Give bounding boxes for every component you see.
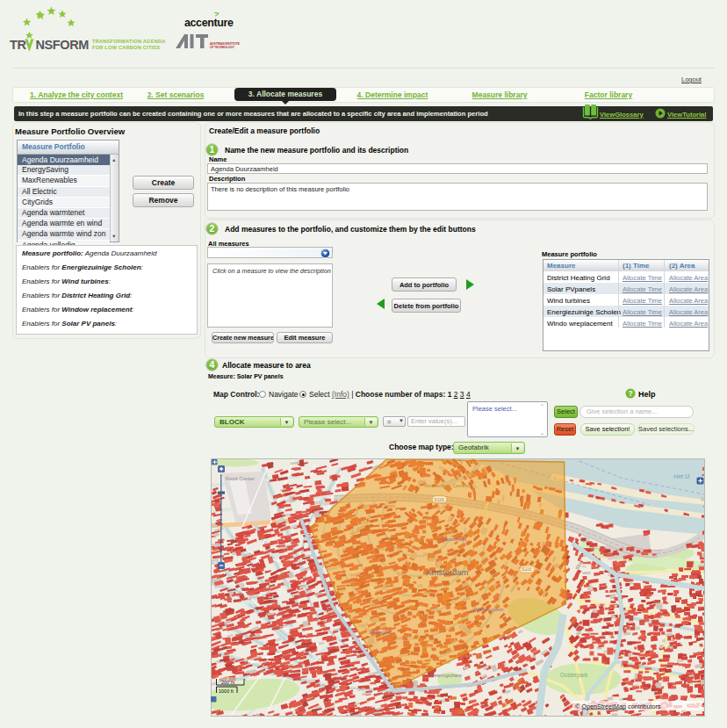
svg-text:OF TECHNOLOGY: OF TECHNOLOGY [210,46,235,49]
svg-text:TRANSFORMATION AGENDA: TRANSFORMATION AGENDA [92,39,166,44]
svg-text:TR: TR [10,38,26,52]
svg-text:© OpenStreetMap contributors: © OpenStreetMap contributors [575,703,661,710]
svg-text:4: 4 [210,359,215,370]
svg-text:200 m: 200 m [221,680,235,685]
svg-text:?: ? [628,389,632,398]
svg-text:1: 1 [210,144,215,155]
svg-text:1000 ft: 1000 ft [219,688,234,694]
svg-text:2: 2 [210,223,215,234]
svg-text:NSFORM: NSFORM [36,38,90,52]
svg-text:FOR LOW CARBON CITIES: FOR LOW CARBON CITIES [92,45,160,50]
